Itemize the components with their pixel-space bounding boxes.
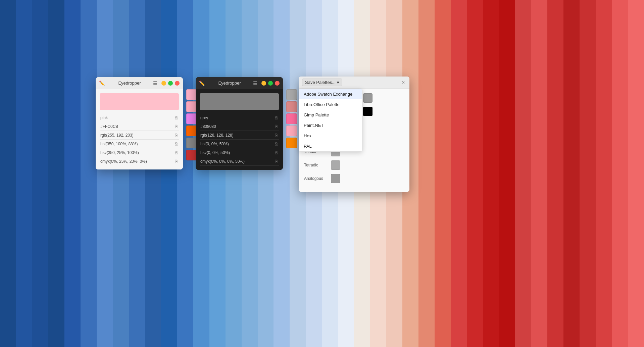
side-swatch-dark[interactable] [286,101,297,112]
titlebar-btns-light: ☰ − □ × [153,81,180,86]
save-palettes-title-btn[interactable]: Save Palettes... ▾ [302,79,342,86]
dropdown-item[interactable]: Paint.NET [299,120,362,131]
palette-swatches [331,160,340,170]
save-format-dropdown: Adobe Swatch ExchangeLibreOffice Palette… [299,89,362,152]
palette-swatch[interactable] [331,174,340,183]
palette-row: Analogous [304,174,404,183]
eyedropper-dark-window: ✏️ Eyedropper ☰ − □ × grey⎘#808080⎘rgb(1… [196,77,283,170]
dropdown-arrow-icon: ▾ [337,80,339,85]
color-row-light: #FFC0CB⎘ [100,122,179,131]
minimize-btn-light[interactable]: − [161,81,166,86]
copy-btn[interactable]: ⎘ [274,115,278,120]
palette-row-label: Analogous [304,176,331,181]
color-row-dark: #808080⎘ [200,122,279,131]
maximize-btn-dark[interactable]: □ [268,81,273,86]
dropdown-item[interactable]: Hex [299,131,362,141]
menu-icon-dark[interactable]: ☰ [253,81,257,86]
close-btn-dark[interactable]: × [275,81,280,86]
palette-swatch[interactable] [331,160,340,170]
color-row-light: rgb(255, 192, 203)⎘ [100,131,179,140]
side-swatches-dark [286,89,297,148]
color-rows-light: pink⎘#FFC0CB⎘rgb(255, 192, 203)⎘hsl(350,… [100,113,179,165]
color-row-light: cmyk(0%, 25%, 20%, 0%)⎘ [100,157,179,165]
copy-btn[interactable]: ⎘ [174,159,178,164]
eyedropper-dark-body: grey⎘#808080⎘rgb(128, 128, 128)⎘hsl(0, 0… [196,89,283,170]
color-rows-dark: grey⎘#808080⎘rgb(128, 128, 128)⎘hsl(0, 0… [200,113,279,166]
side-swatch-dark[interactable] [286,113,297,124]
dropdown-item[interactable]: PAL [299,141,362,151]
palette-swatch[interactable] [363,107,373,116]
color-row-label: hsv(350, 25%, 100%) [100,150,174,155]
color-preview-dark [200,93,279,110]
copy-btn[interactable]: ⎘ [174,115,178,120]
copy-btn[interactable]: ⎘ [274,133,278,138]
color-row-label: cmyk(0%, 0%, 0%, 50%) [200,159,274,164]
color-row-dark: hsv(0, 0%, 50%)⎘ [200,148,279,157]
save-titlebar: Save Palettes... ▾ × Adobe Swatch Exchan… [299,77,409,89]
color-row-label: hsv(0, 0%, 50%) [200,150,274,155]
eyedropper-dark-title: Eyedropper [206,81,253,86]
color-preview-light [100,93,179,110]
color-row-dark: cmyk(0%, 0%, 0%, 50%)⎘ [200,157,279,166]
color-row-dark: rgb(128, 128, 128)⎘ [200,131,279,140]
dropdown-item[interactable]: Adobe Swatch Exchange [299,89,362,99]
maximize-btn-light[interactable]: □ [168,81,173,86]
color-row-dark: grey⎘ [200,113,279,122]
color-row-label: #FFC0CB [100,124,174,129]
color-row-light: hsv(350, 25%, 100%)⎘ [100,148,179,157]
minimize-btn-dark[interactable]: − [261,81,266,86]
palette-swatch[interactable] [363,93,373,103]
dropdown-item[interactable]: LibreOffice Palette [299,99,362,110]
copy-btn[interactable]: ⎘ [174,133,178,138]
eyedropper-icon-light: ✏️ [99,81,105,86]
copy-btn[interactable]: ⎘ [274,141,278,146]
close-btn-light[interactable]: × [175,81,180,86]
eyedropper-icon-dark: ✏️ [199,81,205,86]
eyedropper-light-body: pink⎘#FFC0CB⎘rgb(255, 192, 203)⎘hsl(350,… [96,89,183,169]
palette-swatches [331,174,340,183]
menu-icon-light[interactable]: ☰ [153,81,157,86]
color-row-label: grey [200,115,274,120]
color-row-label: rgb(128, 128, 128) [200,133,274,138]
color-row-light: hsl(350, 100%, 88%)⎘ [100,140,179,148]
palette-row: Tetradic [304,160,404,170]
color-row-label: pink [100,115,174,120]
copy-btn[interactable]: ⎘ [174,124,178,129]
color-row-label: cmyk(0%, 25%, 20%, 0%) [100,159,174,164]
copy-btn[interactable]: ⎘ [174,150,178,155]
save-palettes-title-label: Save Palettes... [305,80,336,85]
dropdown-item[interactable]: Gimp Palette [299,110,362,120]
copy-btn[interactable]: ⎘ [274,150,278,155]
eyedropper-light-title: Eyedropper [106,81,153,86]
side-swatch-dark[interactable] [286,89,297,100]
color-row-label: hsl(0, 0%, 50%) [200,142,274,146]
copy-btn[interactable]: ⎘ [274,159,278,164]
color-row-label: #808080 [200,124,274,129]
copy-btn[interactable]: ⎘ [174,141,178,146]
save-close-btn[interactable]: × [401,80,406,85]
titlebar-btns-dark: ☰ − □ × [253,81,280,86]
color-row-label: rgb(255, 192, 203) [100,133,174,138]
save-palettes-window: Save Palettes... ▾ × Adobe Swatch Exchan… [299,77,409,192]
eyedropper-light-window: ✏️ Eyedropper ☰ − □ × pink⎘#FFC0CB⎘rgb(2… [96,77,183,169]
color-row-label: hsl(350, 100%, 88%) [100,142,174,146]
side-swatch-dark[interactable] [286,126,297,136]
side-swatch-dark[interactable] [286,138,297,148]
copy-btn[interactable]: ⎘ [274,124,278,129]
titlebar-dark: ✏️ Eyedropper ☰ − □ × [196,77,283,89]
palette-row-label: Tetradic [304,163,331,167]
color-row-dark: hsl(0, 0%, 50%)⎘ [200,140,279,148]
titlebar-light: ✏️ Eyedropper ☰ − □ × [96,77,183,89]
color-row-light: pink⎘ [100,113,179,122]
